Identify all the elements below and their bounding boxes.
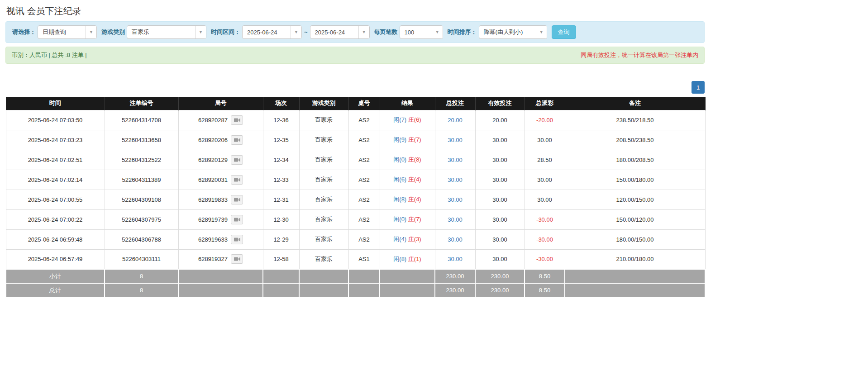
total-total-bet: 230.00 [435,283,475,297]
cell-total-bet[interactable]: 30.00 [435,190,475,209]
header-game-type: 游戏类别 [299,97,348,110]
round-no-text: 628920129 [198,157,228,163]
cell-round-no: 628919633 [178,229,263,249]
cell-time: 2025-06-24 07:02:14 [6,170,105,190]
video-replay-button[interactable] [231,135,243,145]
cell-payout: -30.00 [525,249,565,269]
video-replay-button[interactable] [231,155,243,165]
info-bar: 币别：人民币 | 总共 :8 注单 | 同局有效投注，统一计算在该局第一张注单内 [5,47,705,64]
page-1-button[interactable]: 1 [692,81,705,94]
page-size-select[interactable]: 100 ▼ [400,25,443,39]
total-valid-bet: 230.00 [475,283,525,297]
video-replay-button[interactable] [231,175,243,185]
cell-payout: 30.00 [525,190,565,209]
game-type-value: 百家乐 [127,26,195,38]
cell-session: 12-36 [263,110,299,130]
cell-session: 12-29 [263,229,299,249]
total-count: 8 [105,283,178,297]
game-type-select[interactable]: 百家乐 ▼ [127,25,206,39]
cell-table-no: AS1 [348,249,380,269]
video-camera-icon [234,177,240,182]
header-valid-bet: 有效投注 [475,97,525,110]
cell-total-bet[interactable]: 30.00 [435,249,475,269]
result-banker: 庄(7) [408,136,421,143]
video-replay-button[interactable] [231,215,243,224]
query-type-select[interactable]: 日期查询 ▼ [38,25,97,39]
header-session: 场次 [263,97,299,110]
header-time: 时间 [6,97,105,110]
cell-time: 2025-06-24 07:02:51 [6,150,105,170]
cell-note: 120.00/150.00 [565,190,705,209]
cell-table-no: AS2 [348,170,380,190]
bet-records-table: 时间 注单编号 局号 场次 游戏类别 桌号 结果 总投注 有效投注 总派彩 备注… [5,97,706,298]
cell-table-no: AS2 [348,130,380,150]
query-type-value: 日期查询 [38,26,86,38]
cell-note: 180.00/150.00 [565,229,705,249]
header-note: 备注 [565,97,705,110]
subtotal-label: 小计 [6,269,105,283]
cell-table-no: AS2 [348,110,380,130]
result-player: 闲(0) [393,156,406,163]
date-to-select[interactable]: 2025-06-24 ▼ [310,25,370,39]
round-no-text: 628919833 [198,196,228,203]
cell-payout: 30.00 [525,170,565,190]
video-replay-button[interactable] [231,235,243,244]
cell-valid-bet: 30.00 [475,229,525,249]
chevron-down-icon: ▼ [291,26,301,38]
video-camera-icon [234,118,240,123]
cell-session: 12-33 [263,170,299,190]
header-payout: 总派彩 [525,97,565,110]
cell-round-no: 628920206 [178,130,263,150]
cell-payout: -30.00 [525,209,565,229]
result-player: 闲(7) [393,116,406,123]
cell-total-bet[interactable]: 20.00 [435,110,475,130]
chevron-down-icon: ▼ [536,26,547,38]
round-no-text: 628920287 [198,117,228,124]
cell-note: 150.00/120.00 [565,209,705,229]
table-row: 2025-06-24 07:02:14 522604311389 6289200… [6,170,705,190]
date-to-value: 2025-06-24 [310,26,358,38]
cell-total-bet[interactable]: 30.00 [435,150,475,170]
valid-bet-notice-text: 同局有效投注，统一计算在该局第一张注单内 [581,51,698,59]
page-size-label: 每页笔数 [374,28,398,36]
table-row: 2025-06-24 07:03:23 522604313658 6289202… [6,130,705,150]
cell-payout: 28.50 [525,150,565,170]
video-camera-icon [234,157,240,162]
chevron-down-icon: ▼ [432,26,443,38]
cell-result: 闲(0) 庄(7) [380,209,435,229]
video-replay-button[interactable] [231,195,243,204]
pagination: 1 [5,81,705,94]
cell-total-bet[interactable]: 30.00 [435,229,475,249]
cell-result: 闲(4) 庄(3) [380,229,435,249]
video-replay-button[interactable] [231,254,243,264]
subtotal-row: 小计 8 230.00 230.00 8.50 [6,269,705,283]
cell-valid-bet: 30.00 [475,130,525,150]
cell-payout: -30.00 [525,229,565,249]
chevron-down-icon: ▼ [195,26,206,38]
result-player: 闲(9) [393,136,406,143]
subtotal-count: 8 [105,269,178,283]
query-button[interactable]: 查询 [552,25,576,39]
cell-bet-no: 522604312522 [105,150,178,170]
cell-bet-no: 522604313658 [105,130,178,150]
result-banker: 庄(8) [408,156,421,163]
video-camera-icon [234,217,240,222]
total-label: 总计 [6,283,105,297]
cell-total-bet[interactable]: 30.00 [435,170,475,190]
date-from-select[interactable]: 2025-06-24 ▼ [242,25,302,39]
round-no-text: 628920206 [198,137,228,143]
result-banker: 庄(4) [408,176,421,183]
cell-valid-bet: 30.00 [475,170,525,190]
sort-select[interactable]: 降冪(由大到小) ▼ [479,25,547,39]
cell-result: 闲(8) 庄(4) [380,190,435,209]
cell-total-bet[interactable]: 30.00 [435,209,475,229]
video-replay-button[interactable] [231,115,243,125]
currency-summary-text: 币别：人民币 | 总共 :8 注单 | [12,51,87,59]
tilde-separator: ~ [304,29,308,36]
page-container: 视讯 会员下注纪录 请选择： 日期查询 ▼ 游戏类别 百家乐 ▼ 时间区间： 2… [5,0,705,298]
cell-total-bet[interactable]: 30.00 [435,130,475,150]
cell-valid-bet: 20.00 [475,110,525,130]
header-result: 结果 [380,97,435,110]
table-row: 2025-06-24 06:59:48 522604306788 6289196… [6,229,705,249]
cell-round-no: 628920129 [178,150,263,170]
